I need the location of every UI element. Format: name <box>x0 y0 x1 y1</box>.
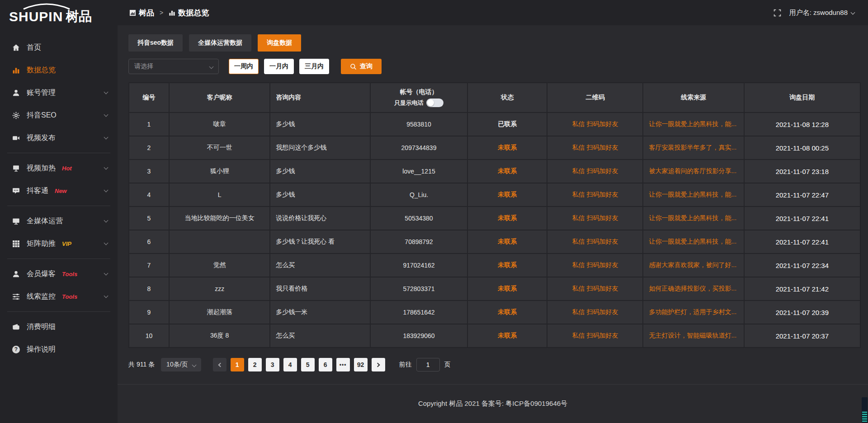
bar-chart-icon <box>169 9 175 16</box>
search-button[interactable]: 查询 <box>341 59 382 74</box>
sidebar-item-data-overview[interactable]: 数据总览 <box>0 59 118 81</box>
cell-status: 未联系 <box>467 254 547 277</box>
range-button-quarter[interactable]: 三月内 <box>299 59 329 74</box>
cell-account: Q_Liu. <box>370 183 467 207</box>
phone-only-toggle[interactable] <box>426 99 443 107</box>
breadcrumb-separator: > <box>160 9 163 16</box>
page-button-3[interactable]: 3 <box>266 358 279 371</box>
cell-qrcode-link[interactable]: 私信 扫码加好友 <box>547 301 643 324</box>
tools-badge: Tools <box>62 293 77 300</box>
sidebar-item-matrix-boost[interactable]: 矩阵助推 VIP <box>0 232 118 255</box>
cell-source-link[interactable]: 被大家追着问的客厅投影分享... <box>643 160 744 183</box>
page-button-4[interactable]: 4 <box>283 358 297 371</box>
tab-omnimedia-data[interactable]: 全媒体运营数据 <box>189 34 251 52</box>
vip-badge: VIP <box>62 240 71 247</box>
sliders-icon <box>12 292 20 301</box>
cell-source-link[interactable]: 让你一眼就爱上的黑科技，能... <box>643 183 744 207</box>
cell-qrcode-link[interactable]: 私信 扫码加好友 <box>547 277 643 301</box>
sidebar-item-account-management[interactable]: 账号管理 <box>0 81 118 104</box>
page-button-92[interactable]: 92 <box>354 358 368 371</box>
cell-status: 未联系 <box>467 183 547 207</box>
sidebar-item-operation-guide[interactable]: ? 操作说明 <box>0 338 118 361</box>
cell-source-link[interactable]: 让你一眼就爱上的黑科技，能... <box>643 207 744 230</box>
logo: SHUPIN 树品 <box>0 0 118 33</box>
cell-status: 未联系 <box>467 207 547 230</box>
sidebar-item-video-publish[interactable]: 视频发布 <box>0 127 118 149</box>
table-row: 2 不可一世 我想问这个多少钱 2097344839 未联系 私信 扫码加好友 … <box>129 136 860 160</box>
cell-id: 7 <box>129 254 169 277</box>
tab-inquiry-data[interactable]: 询盘数据 <box>258 34 301 52</box>
sidebar-item-member-burst[interactable]: 会员爆客 Tools <box>0 263 118 285</box>
sidebar-item-doukertong[interactable]: 抖客通 New <box>0 179 118 202</box>
sidebar-item-home[interactable]: 首页 <box>0 36 118 59</box>
page-button-6[interactable]: 6 <box>319 358 332 371</box>
account-select[interactable]: 请选择 <box>128 59 219 74</box>
sidebar-item-douyin-seo[interactable]: 抖音SEO <box>0 104 118 127</box>
cell-id: 6 <box>129 230 169 254</box>
sidebar-item-lead-monitoring[interactable]: 线索监控 Tools <box>0 285 118 308</box>
col-header-account: 帐号（电话） 只显示电话 <box>370 83 467 113</box>
cell-id: 9 <box>129 301 169 324</box>
col-header-qrcode: 二维码 <box>547 83 643 113</box>
cell-inquiry: 我只看价格 <box>270 277 370 301</box>
scroll-indicator[interactable] <box>862 397 868 423</box>
goto-label: 前往 <box>399 361 412 369</box>
page-button-5[interactable]: 5 <box>301 358 315 371</box>
sidebar-item-consumption-details[interactable]: 消费明细 <box>0 315 118 338</box>
page-button-1[interactable]: 1 <box>231 358 244 371</box>
cell-date: 2021-11-07 22:41 <box>744 230 860 254</box>
sidebar-item-label: 视频发布 <box>27 133 56 143</box>
table-row: 8 zzz 我只看价格 572803371 未联系 私信 扫码加好友 如何正确选… <box>129 277 860 301</box>
fullscreen-icon[interactable] <box>774 9 781 17</box>
cell-id: 1 <box>129 113 169 136</box>
cell-source-link[interactable]: 多功能护栏灯，适用于乡村文... <box>643 301 744 324</box>
cell-date: 2021-11-07 21:42 <box>744 277 860 301</box>
cell-id: 10 <box>129 324 169 348</box>
cell-qrcode-link[interactable]: 私信 扫码加好友 <box>547 324 643 348</box>
cell-source-link[interactable]: 如何正确选择投影仪，买投影... <box>643 277 744 301</box>
cell-qrcode-link[interactable]: 私信 扫码加好友 <box>547 254 643 277</box>
cell-qrcode-link[interactable]: 私信 扫码加好友 <box>547 113 643 136</box>
sidebar-divider <box>7 206 110 206</box>
per-page-select[interactable]: 10条/页 <box>161 358 201 371</box>
chevron-down-icon <box>104 188 108 193</box>
cell-source-link[interactable]: 让你一眼就爱上的黑科技，能... <box>643 230 744 254</box>
next-page-button[interactable] <box>372 358 385 371</box>
username-label: 用户名: zswodun88 <box>789 9 848 17</box>
range-button-month[interactable]: 一月内 <box>264 59 294 74</box>
username-dropdown[interactable]: 用户名: zswodun88 <box>789 9 854 17</box>
range-button-week[interactable]: 一周内 <box>229 59 259 74</box>
content: 抖音seo数据 全媒体运营数据 询盘数据 请选择 一周内 一月内 三月内 查询 <box>118 25 868 384</box>
cell-status: 未联系 <box>467 136 547 160</box>
breadcrumb-current[interactable]: 数据总览 <box>169 8 209 18</box>
new-badge: New <box>55 188 67 194</box>
page-button-2[interactable]: 2 <box>248 358 262 371</box>
monitor-icon <box>12 217 20 226</box>
prev-page-button[interactable] <box>213 358 226 371</box>
sidebar-item-video-heating[interactable]: 视频加热 Hot <box>0 157 118 179</box>
cell-id: 5 <box>129 207 169 230</box>
page-ellipsis-button[interactable]: ••• <box>336 358 350 371</box>
cell-qrcode-link[interactable]: 私信 扫码加好友 <box>547 230 643 254</box>
cell-account: 917024162 <box>370 254 467 277</box>
breadcrumb-root[interactable]: 树品 <box>129 8 154 18</box>
goto-page-input[interactable] <box>416 358 440 371</box>
tab-douyin-seo-data[interactable]: 抖音seo数据 <box>128 34 183 52</box>
breadcrumb: 树品 > 数据总览 <box>129 8 209 18</box>
cell-qrcode-link[interactable]: 私信 扫码加好友 <box>547 183 643 207</box>
cell-id: 3 <box>129 160 169 183</box>
sidebar-item-omnimedia-operation[interactable]: 全媒体运营 <box>0 210 118 232</box>
chevron-down-icon <box>104 113 108 117</box>
cell-source-link[interactable]: 感谢大家喜欢我家，被问了好... <box>643 254 744 277</box>
tools-badge: Tools <box>62 271 77 277</box>
cell-source-link[interactable]: 无主灯设计，智能磁吸轨道灯... <box>643 324 744 348</box>
cell-account: 178651642 <box>370 301 467 324</box>
cell-qrcode-link[interactable]: 私信 扫码加好友 <box>547 136 643 160</box>
cell-qrcode-link[interactable]: 私信 扫码加好友 <box>547 160 643 183</box>
chevron-down-icon <box>104 294 108 298</box>
cell-source-link[interactable]: 让你一眼就爱上的黑科技，能... <box>643 113 744 136</box>
cell-qrcode-link[interactable]: 私信 扫码加好友 <box>547 207 643 230</box>
cell-source-link[interactable]: 客厅安装投影半年多了，真实... <box>643 136 744 160</box>
cell-inquiry: 多少钱一米 <box>270 301 370 324</box>
sidebar-item-label: 首页 <box>27 43 41 52</box>
